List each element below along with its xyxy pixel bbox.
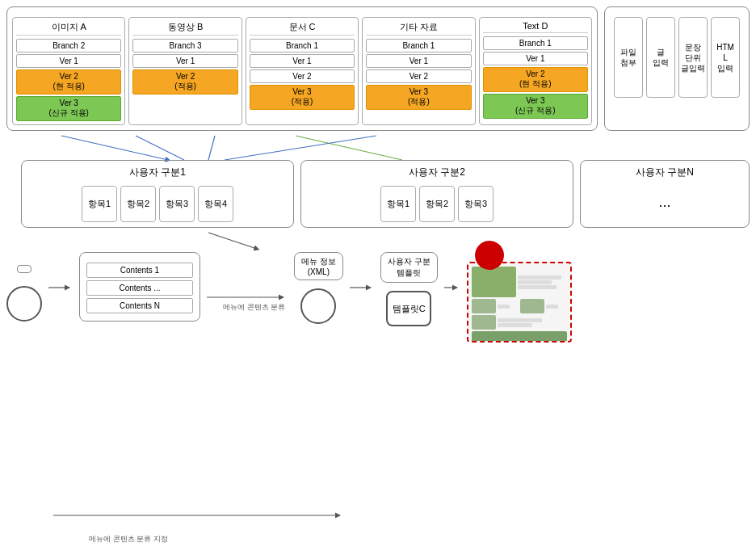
user-content-box: Contents 1 Contents ... Contents N (79, 252, 200, 322)
ver2-image-a: Ver 2(현 적용) (16, 69, 121, 95)
ver2-other: Ver 2 (366, 69, 471, 83)
middle-section: 사용자 구분1 항목1 항목2 항목3 항목4 사용자 구분2 항목1 항목2 … (6, 160, 750, 228)
svg-line-1 (136, 136, 184, 160)
menu-info-box: 메뉴 정보(XML) (294, 252, 343, 324)
card-image-a: 이미지 A Branch 2 Ver 1 Ver 2(현 적용) Ver 3(신… (12, 17, 125, 125)
menu-node (300, 288, 336, 324)
user-section-n-title: 사용자 구분N (587, 166, 742, 179)
category-label (17, 265, 32, 273)
template-node: 템플릿C (386, 291, 431, 326)
input-func-box: 파일첨부 글입력 문장단위글입력 HTML입력 (604, 6, 750, 131)
user-item-1-3: 항목3 (159, 186, 195, 222)
dots: ... (587, 186, 742, 219)
template-box: 사용자 구분템플릿 템플릿C (380, 252, 438, 326)
card-video-b: 동영상 B Branch 3 Ver 1 Ver 2(적용) (128, 17, 242, 125)
category-node (6, 286, 42, 322)
user-item-2-1: 항목1 (380, 186, 416, 222)
ver1-image-a: Ver 1 (16, 54, 121, 68)
bottom-arrow-svg (53, 509, 344, 522)
user-item-2-3: 항목3 (458, 186, 494, 222)
bottom-content-arrows: 메뉴에 콘텐츠 분류 지정 (207, 289, 288, 313)
arrow-template-to-example (444, 281, 460, 294)
basic-unit-box: 이미지 A Branch 2 Ver 1 Ver 2(현 적용) Ver 3(신… (6, 6, 598, 131)
card-title-other: 기타 자료 (366, 21, 471, 36)
ver3-text-d: Ver 3(신규 적용) (483, 94, 588, 119)
svg-text:메뉴에 콘텐츠 분류 지정: 메뉴에 콘텐츠 분류 지정 (223, 303, 288, 311)
user-items-2: 항목1 항목2 항목3 (308, 186, 566, 222)
card-title-text-d: Text D (483, 21, 588, 33)
user-items-1: 항목1 항목2 항목3 항목4 (28, 186, 287, 222)
svg-line-4 (225, 136, 376, 160)
user-section-n: 사용자 구분N ... (580, 160, 750, 228)
user-item-2-2: 항목2 (419, 186, 455, 222)
card-text-d: Text D Branch 1 Ver 1 Ver 2(현 적용) Ver 3(… (479, 17, 592, 125)
input-func-inner: 파일첨부 글입력 문장단위글입력 HTML입력 (610, 17, 744, 98)
ver1-doc-c: Ver 1 (250, 54, 355, 68)
svg-line-5 (208, 233, 257, 249)
svg-line-3 (296, 136, 402, 160)
card-title-doc-c: 문서 C (250, 21, 355, 36)
ver2-doc-c: Ver 2 (250, 69, 355, 83)
middle-bottom-arrows (6, 233, 756, 249)
template-title: 사용자 구분템플릿 (380, 252, 438, 283)
user-item-1-4: 항목4 (198, 186, 233, 222)
ver2-text-d: Ver 2(현 적용) (483, 67, 588, 92)
card-doc-c: 문서 C Branch 1 Ver 1 Ver 2 Ver 3(적용) (246, 17, 359, 125)
basic-unit-inner: 이미지 A Branch 2 Ver 1 Ver 2(현 적용) Ver 3(신… (12, 17, 592, 125)
ver2-video-b: Ver 2(적용) (132, 69, 237, 95)
ver1-other: Ver 1 (366, 54, 471, 68)
bottom-arrow-label: 메뉴에 콘텐츠 분류 지정 (89, 534, 168, 544)
user-section-2-title: 사용자 구분2 (308, 166, 566, 179)
top-middle-arrows (6, 136, 756, 160)
top-section: 이미지 A Branch 2 Ver 1 Ver 2(현 적용) Ver 3(신… (6, 6, 750, 131)
ver3-image-a: Ver 3(신규 적용) (16, 96, 121, 121)
user-section-1: 사용자 구분1 항목1 항목2 항목3 항목4 (21, 160, 294, 228)
branch-video-b: Branch 3 (132, 39, 237, 53)
content-item-3: Contents N (86, 298, 193, 313)
ver1-text-d: Ver 1 (483, 52, 588, 65)
input-file: 파일첨부 (614, 17, 643, 98)
svg-line-0 (61, 136, 168, 160)
branch-image-a: Branch 2 (16, 39, 121, 53)
content-item-2: Contents ... (86, 280, 193, 296)
ver3-doc-c: Ver 3(적용) (250, 85, 355, 110)
main-container: 이미지 A Branch 2 Ver 1 Ver 2(현 적용) Ver 3(신… (0, 0, 756, 559)
card-title-video-b: 동영상 B (132, 21, 237, 36)
content-category (6, 265, 42, 322)
branch-text-d: Branch 1 (483, 36, 588, 50)
card-title-image-a: 이미지 A (16, 21, 121, 36)
user-item-1-2: 항목2 (120, 186, 156, 222)
branch-doc-c: Branch 1 (250, 39, 355, 53)
user-section-1-title: 사용자 구분1 (28, 166, 287, 179)
svg-line-2 (208, 136, 215, 160)
input-html: HTML입력 (711, 17, 740, 98)
arrow-menu-to-template (350, 281, 374, 294)
content-item-1: Contents 1 (86, 263, 193, 278)
user-item-1-1: 항목1 (82, 186, 117, 222)
bottom-section: Contents 1 Contents ... Contents N 메뉴에 콘… (6, 249, 750, 343)
arrow-category-to-content (48, 281, 73, 294)
user-section-2: 사용자 구분2 항목1 항목2 항목3 (300, 160, 573, 228)
input-text: 글입력 (646, 17, 675, 98)
branch-other: Branch 1 (366, 39, 471, 53)
input-sentence: 문장단위글입력 (678, 17, 708, 98)
ver3-other: Ver 3(적용) (366, 85, 471, 110)
menu-info-title: 메뉴 정보(XML) (294, 252, 343, 280)
example-image (467, 262, 572, 343)
ver1-video-b: Ver 1 (132, 54, 237, 68)
example-area (467, 249, 580, 343)
card-other: 기타 자료 Branch 1 Ver 1 Ver 2 Ver 3(적용) (362, 17, 475, 125)
